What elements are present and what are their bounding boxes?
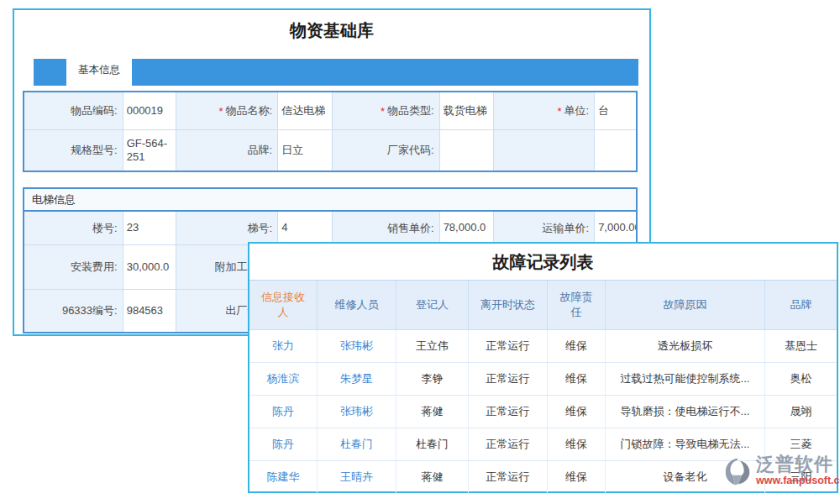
basic-info-table: 物品编码:000019*物品名称:信达电梯*物品类型:载货电梯*单位:台规格型号…	[23, 91, 638, 172]
column-header: 登记人	[396, 281, 469, 329]
field-label: 品牌:	[176, 130, 279, 171]
record-link[interactable]: 王晴卉	[318, 461, 396, 493]
field-label: 厂家代码:	[333, 130, 440, 171]
record-cell: 杜春门	[396, 428, 469, 460]
record-link[interactable]: 张玮彬	[318, 396, 396, 428]
record-cell: 维保	[548, 330, 606, 362]
column-header: 维修人员	[318, 281, 396, 329]
elevator-section-title: 电梯信息	[23, 187, 638, 210]
field-label: 规格型号:	[24, 130, 123, 171]
watermark-url: www.fanpusoft.com	[756, 475, 840, 487]
table-row: 张力张玮彬王立伟正常运行维保透光板损坏基恩士	[249, 329, 837, 362]
page: 物资基础库 基本信息 物品编码:000019*物品名称:信达电梯*物品类型:载货…	[0, 0, 840, 504]
field-value[interactable]	[595, 130, 636, 171]
field-label: 安装费用:	[24, 245, 123, 290]
required-marker: *	[218, 105, 223, 118]
field-value[interactable]: 载货电梯	[440, 92, 495, 130]
record-cell: 正常运行	[469, 363, 548, 395]
column-header: 品牌	[765, 281, 837, 329]
record-link[interactable]: 杨淮滨	[249, 363, 318, 395]
tab-basic-info[interactable]: 基本信息	[66, 55, 132, 86]
record-cell: 导轨磨损：使电梯运行不...	[606, 396, 765, 428]
material-panel-title: 物资基础库	[14, 10, 649, 42]
record-link[interactable]: 张玮彬	[318, 330, 396, 362]
field-value[interactable]: 日立	[278, 130, 333, 171]
record-cell: 维保	[548, 428, 606, 460]
fault-panel-title: 故障记录列表	[249, 244, 837, 274]
field-value[interactable]: 30,000.0	[123, 245, 176, 290]
field-value[interactable]: 78,000.0	[440, 212, 495, 245]
field-label: 96333编号:	[24, 290, 123, 332]
column-header: 故障责任	[548, 281, 606, 329]
field-label: 梯号:	[176, 212, 279, 245]
field-value[interactable]	[440, 130, 495, 171]
column-header: 信息接收人	[249, 281, 318, 329]
field-label: 物品编码:	[24, 92, 123, 130]
record-cell: 维保	[548, 461, 606, 493]
required-marker: *	[557, 105, 561, 118]
record-cell: 王立伟	[396, 330, 469, 362]
field-value[interactable]: 23	[123, 212, 176, 245]
table-row: 杨淮滨朱梦星李铮正常运行维保过载过热可能使控制系统...奥松	[249, 362, 837, 395]
field-label: 楼号:	[24, 212, 123, 245]
watermark-brand: 泛普软件	[756, 454, 840, 475]
required-marker: *	[381, 105, 385, 118]
field-label: *物品名称:	[176, 92, 279, 130]
record-cell: 透光板损坏	[606, 330, 765, 362]
record-cell: 正常运行	[469, 428, 548, 460]
field-label: *单位:	[494, 92, 595, 130]
record-cell: 过载过热可能使控制系统...	[606, 363, 765, 395]
table-row: 陈丹张玮彬蒋健正常运行维保导轨磨损：使电梯运行不...晟翊	[249, 395, 837, 428]
record-link[interactable]: 陈丹	[249, 428, 318, 460]
record-cell: 晟翊	[765, 396, 837, 428]
record-cell: 蒋健	[396, 396, 469, 428]
field-value[interactable]: 7,000.00	[595, 212, 636, 245]
record-cell: 奥松	[765, 363, 837, 395]
field-label: *物品类型:	[333, 92, 440, 130]
record-link[interactable]: 张力	[249, 330, 318, 362]
record-cell: 李铮	[396, 363, 469, 395]
field-label: 销售单价:	[333, 212, 440, 245]
record-link[interactable]: 陈建华	[249, 461, 318, 493]
field-value[interactable]: 984563	[123, 290, 176, 332]
field-value[interactable]: GF-564-251	[123, 130, 176, 171]
field-label: 运输单价:	[494, 212, 595, 245]
watermark-text: 泛普软件 www.fanpusoft.com	[756, 454, 840, 487]
field-value[interactable]: 台	[595, 92, 636, 130]
record-cell: 蒋健	[396, 461, 469, 493]
record-cell: 正常运行	[469, 330, 548, 362]
vendor-watermark: 泛普软件 www.fanpusoft.com	[722, 454, 838, 488]
field-value[interactable]: 4	[278, 212, 333, 245]
field-label	[494, 130, 595, 171]
field-value[interactable]: 信达电梯	[278, 92, 333, 130]
field-value[interactable]: 000019	[123, 92, 176, 130]
column-header: 离开时状态	[469, 281, 548, 329]
record-link[interactable]: 朱梦星	[318, 363, 396, 395]
record-link[interactable]: 陈丹	[249, 396, 318, 428]
column-header: 故障原因	[606, 281, 765, 329]
record-cell: 正常运行	[469, 396, 548, 428]
record-cell: 基恩士	[765, 330, 837, 362]
record-cell: 维保	[548, 396, 606, 428]
record-link[interactable]: 杜春门	[318, 428, 396, 460]
record-cell: 维保	[548, 363, 606, 395]
fanpu-logo-icon	[722, 456, 754, 488]
record-cell: 正常运行	[469, 461, 548, 493]
tab-bar: 基本信息	[34, 59, 638, 86]
fault-table-header: 信息接收人维修人员登记人离开时状态故障责任故障原因品牌	[249, 280, 837, 329]
